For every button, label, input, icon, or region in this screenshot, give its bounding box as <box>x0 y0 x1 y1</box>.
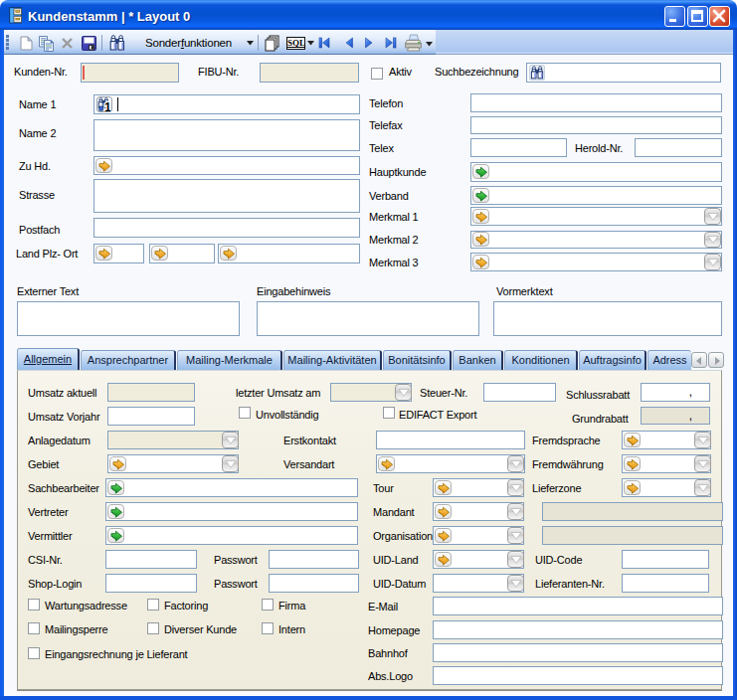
svg-text:1: 1 <box>104 100 111 111</box>
